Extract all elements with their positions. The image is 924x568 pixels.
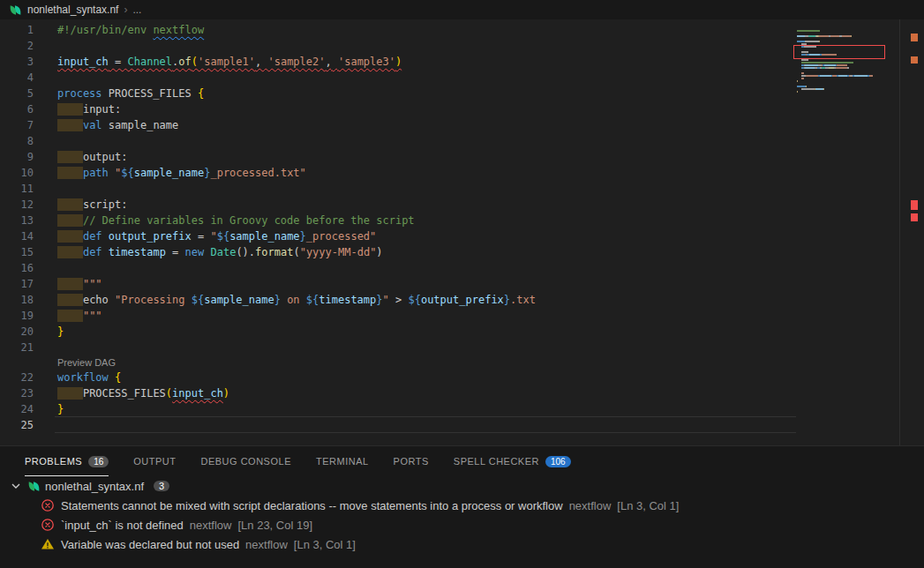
code-line[interactable]: 17 """ [0,276,924,292]
minimap-line [797,67,885,69]
line-number: 18 [0,292,34,308]
panel-tabs: PROBLEMS16OUTPUTDEBUG CONSOLETERMINALPOR… [0,446,924,476]
problem-item[interactable]: `input_ch` is not definednextflow[Ln 23,… [0,515,924,534]
code-line[interactable]: 19 """ [0,308,924,324]
overview-ruler[interactable] [910,19,920,445]
breadcrumb-more[interactable]: ... [132,4,141,16]
code-line[interactable]: 12 script: [0,197,924,213]
line-content [34,181,57,197]
code-line[interactable]: 8 [0,133,924,149]
line-content: def output_prefix = "${sample_name}_proc… [34,228,376,244]
line-number: 1 [0,22,34,38]
line-number: 21 [0,340,34,355]
code-line[interactable]: 4 [0,70,924,86]
line-number: 23 [0,385,34,401]
line-number: 25 [0,417,34,433]
minimap-error-highlight [793,45,885,59]
code-line[interactable]: 9 output: [0,149,924,165]
line-number: 3 [0,54,34,70]
code-line[interactable]: 23 PROCESS_FILES(input_ch) [0,385,924,401]
line-number: 22 [0,370,34,385]
code-line[interactable]: 1#!/usr/bin/env nextflow [0,22,924,38]
panel-tab-terminal[interactable]: TERMINAL [316,446,369,476]
line-number: 6 [0,101,34,117]
breadcrumb-filename[interactable]: nonlethal_syntax.nf [27,4,118,16]
minimap-line [797,88,885,90]
panel-tab-output[interactable]: OUTPUT [133,446,176,476]
problem-item[interactable]: Variable was declared but not usednextfl… [0,534,924,554]
line-number: 11 [0,181,34,197]
problem-location: [Ln 3, Col 1] [617,499,679,512]
problems-file-row[interactable]: nonlethal_syntax.nf 3 [0,476,924,496]
line-number: 20 [0,324,34,340]
error-icon [41,498,55,512]
code-line[interactable]: 3input_ch = Channel.of('sample1', 'sampl… [0,54,924,70]
problems-view: nonlethal_syntax.nf 3 Statements cannot … [0,476,924,554]
problem-item[interactable]: Statements cannot be mixed with script d… [0,496,924,515]
minimap-line [797,64,885,66]
line-content: def timestamp = new Date().format("yyyy-… [34,244,383,260]
line-number: 9 [0,149,34,165]
code-line[interactable]: 5process PROCESS_FILES { [0,86,924,101]
minimap-line [797,78,885,79]
code-line[interactable]: 2 [0,38,924,54]
code-line[interactable]: 21 [0,340,924,355]
error-icon [41,518,55,532]
line-content: script: [34,197,127,213]
panel-tab-ports[interactable]: PORTS [394,446,429,476]
code-line[interactable]: 20} [0,324,924,340]
line-number: 24 [0,401,34,417]
line-content: """ [34,276,102,292]
minimap-line [797,72,885,74]
code-line[interactable]: 13 // Define variables in Groovy code be… [0,213,924,228]
line-content [34,417,57,433]
code-line[interactable]: 6 input: [0,101,924,117]
code-line[interactable]: 18 echo "Processing ${sample_name} on ${… [0,292,924,308]
bottom-panel: PROBLEMS16OUTPUTDEBUG CONSOLETERMINALPOR… [0,445,924,568]
line-number: 14 [0,228,34,244]
minimap-line [797,33,885,34]
line-content: input: [34,101,121,117]
line-number: 19 [0,308,34,324]
vscode-window: nonlethal_syntax.nf › ... 1#!/usr/bin/en… [0,0,924,19]
minimap-line [797,93,885,95]
panel-tab-label: PROBLEMS [25,456,82,467]
code-line[interactable]: 11 [0,181,924,197]
line-content [34,133,57,149]
minimap-line [797,70,885,71]
line-content: process PROCESS_FILES { [34,86,204,101]
line-number: 16 [0,260,34,276]
minimap-line [797,86,885,87]
minimap-line [797,41,885,42]
code-line[interactable]: 10 path "${sample_name}_processed.txt" [0,165,924,181]
breadcrumb: nonlethal_syntax.nf › ... [0,0,924,19]
panel-tab-spell-checker[interactable]: SPELL CHECKER106 [454,446,571,476]
chevron-down-icon[interactable] [9,479,23,493]
line-content: #!/usr/bin/env nextflow [34,22,204,38]
ruler-mark [911,56,918,64]
code-line[interactable]: 22workflow { [0,370,924,385]
line-number: 4 [0,70,34,86]
panel-tab-label: DEBUG CONSOLE [201,456,291,467]
panel-tab-problems[interactable]: PROBLEMS16 [25,446,109,476]
problems-list: Statements cannot be mixed with script d… [0,496,924,554]
code-editor[interactable]: 1#!/usr/bin/env nextflow23input_ch = Cha… [0,19,924,445]
minimap[interactable] [797,30,885,96]
line-number: 5 [0,86,34,101]
code-line[interactable]: 14 def output_prefix = "${sample_name}_p… [0,228,924,244]
code-line[interactable]: 7 val sample_name [0,117,924,133]
breadcrumb-separator-icon: › [124,4,127,16]
nextflow-file-icon [27,480,41,493]
code-line[interactable]: 25 [0,417,924,433]
code-line[interactable]: 16 [0,260,924,276]
code-line[interactable]: 15 def timestamp = new Date().format("yy… [0,244,924,260]
panel-tab-badge: 16 [88,456,109,467]
code-line[interactable]: 24} [0,401,924,417]
problem-source: nextflow [245,538,288,551]
line-number: 7 [0,117,34,133]
minimap-line [797,83,885,85]
panel-tab-badge: 106 [545,456,571,467]
problems-count-badge: 3 [154,481,169,491]
codelens-preview-dag[interactable]: Preview DAG [0,355,924,370]
panel-tab-debug-console[interactable]: DEBUG CONSOLE [201,446,291,476]
